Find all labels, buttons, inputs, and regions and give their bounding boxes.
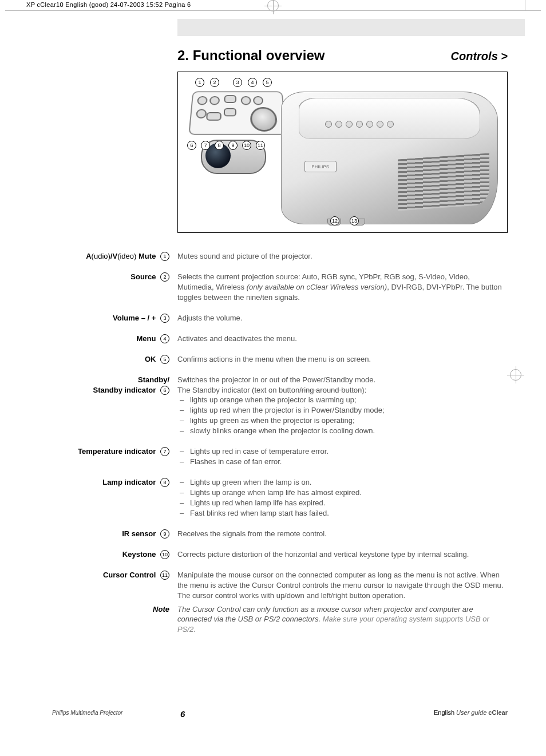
header-grey-band [177,19,525,36]
callout-6: 6 [187,141,196,150]
page-number: 6 [180,709,185,719]
control-label: Menu 4 [21,334,177,344]
control-description: Selects the current projection source: A… [177,272,508,303]
control-description: Lights up red in case of temperature err… [177,446,508,467]
control-description: Receives the signals from the remote con… [177,529,508,539]
callout-1: 1 [195,78,204,87]
control-description: Switches the projector in or out of the … [177,375,508,437]
control-panel-illustration [188,92,287,135]
control-description: Manipulate the mouse cursor on the conne… [177,570,508,601]
control-label: OK 5 [21,354,177,365]
controls-description-list: A(udio)/V(ideo) Mute 1Mutes sound and pi… [21,251,508,645]
control-label: Temperature indicator 7 [21,446,177,467]
callout-8: 8 [215,141,224,150]
callout-12: 12 [330,216,339,225]
registration-mark-top [267,0,279,11]
callout-2: 2 [210,78,219,87]
control-label: Volume – / + 3 [21,313,177,323]
callout-5: 5 [263,78,272,87]
control-label: Note [21,604,177,635]
control-description: Lights up green when the lamp is on.Ligh… [177,477,508,518]
page-footer: Philips Multimedia Projector 6 English U… [52,709,508,716]
control-description: Mutes sound and picture of the projector… [177,251,508,262]
control-description: Activates and deactivates the menu. [177,334,508,344]
callouts-mid: 67891011 [187,141,265,150]
section-subtitle: Controls > [451,50,508,63]
control-description: Adjusts the volume. [177,313,508,323]
projector-body: PHILIPS [281,92,498,224]
control-label: IR sensor 9 [21,529,177,539]
callouts-bottom: 1213 [330,216,359,225]
callout-3: 3 [233,78,242,87]
control-description: Corrects picture distortion of the horiz… [177,549,508,560]
page-frame: 2. Functional overview Controls > 12345 … [21,10,525,732]
callout-10: 10 [242,141,251,150]
footer-left: Philips Multimedia Projector [52,710,122,716]
callout-11: 11 [256,141,265,150]
control-description: Confirms actions in the menu when the me… [177,354,508,365]
projector-figure: 12345 67891011 PHILIPS 1213 [177,72,508,233]
callout-7: 7 [201,141,210,150]
control-label: Keystone 10 [21,549,177,560]
brand-badge: PHILIPS [304,161,337,172]
registration-mark-right [510,369,521,381]
callout-13: 13 [350,216,359,225]
footer-right: English User guide cClear [434,709,508,716]
callout-9: 9 [228,141,238,150]
control-label: Source 2 [21,272,177,303]
callouts-top: 12345 [195,78,272,87]
control-label: Lamp indicator 8 [21,477,177,518]
control-label: A(udio)/V(ideo) Mute 1 [21,251,177,262]
control-label: Cursor Control 11 [21,570,177,601]
control-description: The Cursor Control can only function as … [177,604,508,635]
section-title: 2. Functional overview [177,48,325,64]
callout-4: 4 [248,78,257,87]
control-label: Standby/Standby indicator 6 [21,375,177,437]
